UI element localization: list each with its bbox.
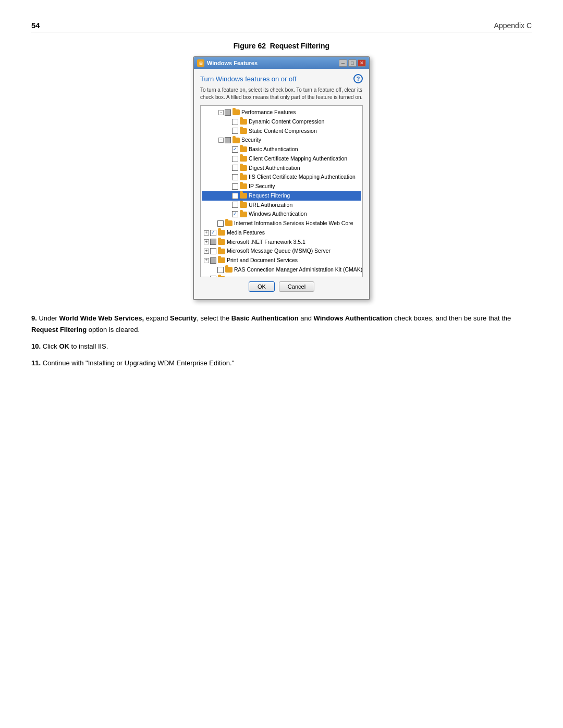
feature-checkbox[interactable]: ✓ [210,230,216,236]
dialog-titlebar: ⊞ Windows Features ─ □ ✕ [194,57,369,69]
folder-icon [218,239,225,245]
expand-placeholder [226,212,231,217]
expand-placeholder [226,156,231,162]
tree-item[interactable]: +Print and Document Services [202,256,361,265]
feature-checkbox[interactable] [232,193,238,199]
page-number: 54 [31,21,40,30]
figure-title: Request Filtering [270,42,329,50]
feature-checkbox[interactable]: ✓ [232,146,238,153]
tree-item[interactable]: IP Security [202,182,361,191]
feature-checkbox[interactable] [225,109,231,116]
feature-checkbox[interactable] [232,202,238,208]
expand-placeholder [226,165,231,170]
folder-icon [218,249,225,254]
figure-caption: Figure 62 Request Filtering [31,42,532,50]
tree-item[interactable]: +Microsoft .NET Framework 3.5.1 [202,238,361,247]
feature-checkbox[interactable] [232,128,238,134]
figure-number: 62 [258,42,266,50]
collapse-icon[interactable]: - [218,138,224,143]
feature-checkbox[interactable] [232,165,238,171]
expand-placeholder [226,128,231,133]
feature-checkbox[interactable] [225,137,231,143]
folder-icon [232,138,240,143]
feature-checkbox[interactable] [232,156,238,162]
expand-placeholder [226,193,231,199]
expand-icon[interactable]: + [204,239,209,244]
tree-item[interactable]: -Security [202,135,361,145]
feature-checkbox[interactable]: ✓ [232,211,238,217]
appendix-label: Appendix C [494,21,532,30]
expand-placeholder [211,221,216,226]
feature-checkbox[interactable] [210,257,216,264]
folder-icon [240,175,247,180]
tree-item-label: Microsoft Message Queue (MSMQ) Server [227,247,331,255]
tree-item-label: Performance Features [241,108,296,117]
dialog-body: Turn Windows features on or off ? To tur… [194,69,369,299]
expand-icon[interactable]: + [204,249,209,254]
tree-item-label: IIS Client Certificate Mapping Authentic… [249,173,356,181]
expand-icon[interactable]: + [204,258,209,263]
expand-placeholder [226,184,231,189]
tree-item[interactable]: -Performance Features [202,108,361,117]
feature-checkbox[interactable] [232,119,238,125]
feature-checkbox[interactable] [217,267,224,273]
step-number: 10. [31,342,41,350]
instructions-section: 9. Under World Wide Web Services, expand… [31,313,532,369]
folder-icon [240,165,247,171]
titlebar-left: ⊞ Windows Features [197,59,258,67]
ok-button[interactable]: OK [249,281,275,292]
maximize-button[interactable]: □ [348,59,357,67]
tree-item-label: Print and Document Services [227,256,298,265]
feature-checkbox[interactable] [217,220,224,227]
feature-checkbox[interactable] [210,248,216,254]
titlebar-controls[interactable]: ─ □ ✕ [339,59,366,67]
tree-item[interactable]: Dynamic Content Compression [202,117,361,127]
tree-item[interactable]: ✓Basic Authentication [202,145,361,154]
help-icon[interactable]: ? [353,74,363,83]
folder-icon [240,119,247,125]
instruction-step-9: 9. Under World Wide Web Services, expand… [31,313,532,336]
figure-number-label: Figure [234,42,258,50]
feature-checkbox[interactable] [210,239,216,245]
tree-item[interactable]: Request Filtering [202,191,361,201]
folder-icon [240,183,247,189]
instruction-step-10: 10. Click OK to install IIS. [31,341,532,352]
tree-item[interactable]: IIS Client Certificate Mapping Authentic… [202,172,361,182]
expand-placeholder [226,202,231,207]
tree-item-label: Request Filtering [249,192,290,200]
tree-item-label: Security [241,136,261,144]
tree-item-label: RAS Connection Manager Administration Ki… [234,266,362,274]
dialog-title: Windows Features [207,60,258,66]
tree-item[interactable]: +✓Media Features [202,228,361,238]
collapse-icon[interactable]: - [218,110,224,115]
step-number: 9. [31,314,37,322]
tree-item[interactable]: Internet Information Services Hostable W… [202,219,361,228]
tree-item-label: IP Security [249,182,275,191]
expand-placeholder [211,267,216,273]
tree-item[interactable]: Static Content Compression [202,127,361,136]
features-tree[interactable]: -Performance FeaturesDynamic Content Com… [200,105,363,277]
tree-item[interactable]: Digest Authentication [202,164,361,173]
cancel-button[interactable]: Cancel [279,281,314,292]
minimize-button[interactable]: ─ [339,59,347,67]
tree-item[interactable]: Client Certificate Mapping Authenticatio… [202,154,361,164]
folder-icon [225,220,232,226]
close-button[interactable]: ✕ [358,59,366,67]
expand-icon[interactable]: + [204,230,209,236]
expand-placeholder [226,119,231,125]
folder-icon [225,267,232,273]
feature-checkbox[interactable] [232,183,238,190]
feature-checkbox[interactable] [232,174,238,180]
tree-item-label: Microsoft .NET Framework 3.5.1 [227,238,305,246]
tree-item-label: URL Authorization [249,201,292,209]
tree-item[interactable]: +Microsoft Message Queue (MSMQ) Server [202,246,361,256]
tree-item[interactable]: RAS Connection Manager Administration Ki… [202,265,361,275]
tree-item-label: Basic Authentication [249,145,298,154]
folder-icon [240,193,247,199]
tree-item[interactable]: URL Authorization [202,201,361,210]
tree-item[interactable]: ✓Windows Authentication [202,209,361,219]
page-header: 54 Appendix C [31,21,532,32]
windows-features-dialog: ⊞ Windows Features ─ □ ✕ Turn Windows fe… [193,56,370,300]
tree-item-label: Media Features [227,229,265,237]
folder-icon [240,128,247,134]
